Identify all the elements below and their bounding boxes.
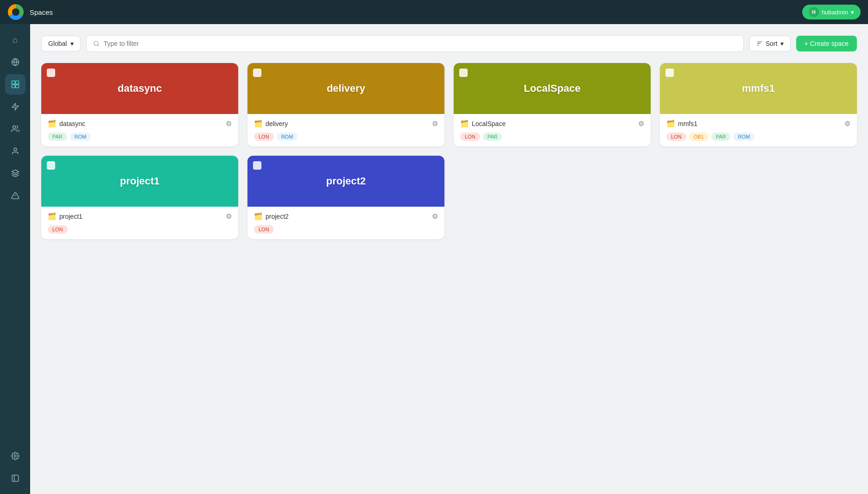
tag-rom: ROM: [733, 133, 754, 141]
space-name: 🗂️ mmfs1: [666, 120, 697, 128]
toolbar: Global ▾ Sort ▾ + Create space: [41, 35, 857, 52]
gear-icon[interactable]: ⚙: [432, 212, 438, 221]
space-card-header: LocalSpace: [454, 63, 651, 114]
sidebar-item-people[interactable]: [5, 119, 25, 139]
space-card-title: mmfs1: [742, 82, 775, 95]
space-card-title: datasync: [118, 82, 162, 95]
space-tags: PARROM: [48, 133, 232, 141]
tag-lon: LON: [460, 133, 480, 141]
svg-rect-2: [12, 81, 15, 84]
sidebar-item-layers[interactable]: [5, 163, 25, 184]
sort-button[interactable]: Sort ▾: [749, 36, 791, 51]
space-card-header: datasync: [41, 63, 238, 114]
sidebar: ⌂: [0, 24, 30, 494]
space-card-body: 🗂️ delivery ⚙ LONROM: [247, 114, 444, 146]
space-card-name-row: 🗂️ datasync ⚙: [48, 120, 232, 128]
space-name: 🗂️ project2: [254, 212, 289, 221]
gear-icon[interactable]: ⚙: [432, 120, 438, 128]
tag-par: PAR: [48, 133, 67, 141]
space-name-label: project2: [266, 213, 289, 220]
logo: [7, 4, 24, 20]
space-card-header: project2: [247, 156, 444, 207]
sidebar-item-spaces[interactable]: [5, 74, 25, 95]
svg-point-6: [13, 126, 15, 128]
gear-icon[interactable]: ⚙: [844, 120, 850, 128]
space-card-project1[interactable]: project1 🗂️ project1 ⚙ LON: [41, 156, 238, 239]
sidebar-item-globe[interactable]: [5, 52, 25, 72]
space-card-mmfs1[interactable]: mmfs1 🗂️ mmfs1 ⚙ LONOB1PARROM: [660, 63, 857, 146]
space-card-body: 🗂️ project2 ⚙ LON: [247, 207, 444, 239]
tag-rom: ROM: [277, 133, 298, 141]
svg-rect-3: [15, 81, 19, 84]
gear-icon[interactable]: ⚙: [226, 212, 232, 221]
space-card-checkbox[interactable]: [253, 161, 261, 170]
folder-icon: 🗂️: [254, 120, 263, 128]
space-card-checkbox[interactable]: [47, 161, 55, 170]
spaces-grid: datasync 🗂️ datasync ⚙ PARROM delivery 🗂…: [41, 63, 857, 239]
folder-icon: 🗂️: [254, 212, 263, 221]
tag-lon: LON: [254, 225, 274, 234]
avatar: H: [809, 7, 819, 17]
svg-point-14: [94, 41, 98, 45]
space-card-checkbox[interactable]: [459, 69, 468, 77]
user-menu[interactable]: H hubadmin ▾: [802, 5, 861, 19]
space-name: 🗂️ datasync: [48, 120, 85, 128]
sidebar-item-user[interactable]: [5, 141, 25, 161]
create-space-button[interactable]: + Create space: [796, 36, 857, 51]
space-card-title: LocalSpace: [524, 82, 580, 95]
space-card-header: delivery: [247, 63, 444, 114]
space-tags: LONROM: [254, 133, 438, 141]
gear-icon[interactable]: ⚙: [226, 120, 232, 128]
svg-line-15: [98, 45, 99, 46]
search-input[interactable]: [103, 40, 737, 47]
filter-dropdown[interactable]: Global ▾: [41, 36, 81, 51]
svg-rect-5: [15, 85, 19, 88]
space-tags: LON: [48, 225, 232, 234]
sort-icon: [756, 40, 763, 47]
space-card-project2[interactable]: project2 🗂️ project2 ⚙ LON: [247, 156, 444, 239]
tag-lon: LON: [48, 225, 68, 234]
tag-rom: ROM: [70, 133, 91, 141]
space-card-name-row: 🗂️ project2 ⚙: [254, 212, 438, 221]
svg-marker-8: [12, 170, 19, 174]
space-name-label: datasync: [59, 120, 85, 127]
space-card-name-row: 🗂️ LocalSpace ⚙: [460, 120, 644, 128]
username: hubadmin: [822, 9, 848, 16]
space-card-checkbox[interactable]: [47, 69, 55, 77]
page-title: Spaces: [30, 8, 797, 16]
svg-point-7: [14, 148, 17, 151]
sidebar-item-layout[interactable]: [5, 468, 25, 488]
filter-label: Global: [48, 40, 67, 47]
space-tags: LONPAR: [460, 133, 644, 141]
space-card-body: 🗂️ LocalSpace ⚙ LONPAR: [454, 114, 651, 146]
folder-icon: 🗂️: [48, 120, 57, 128]
space-card-body: 🗂️ project1 ⚙ LON: [41, 207, 238, 239]
space-card-delivery[interactable]: delivery 🗂️ delivery ⚙ LONROM: [247, 63, 444, 146]
space-name: 🗂️ delivery: [254, 120, 288, 128]
search-icon: [93, 40, 100, 47]
space-name-label: project1: [59, 213, 82, 220]
space-card-checkbox[interactable]: [253, 69, 261, 77]
chevron-down-icon: ▾: [851, 9, 854, 16]
space-card-title: project2: [326, 175, 366, 187]
folder-icon: 🗂️: [48, 212, 57, 221]
space-name: 🗂️ project1: [48, 212, 82, 221]
sidebar-item-alert[interactable]: [5, 185, 25, 206]
space-card-name-row: 🗂️ delivery ⚙: [254, 120, 438, 128]
space-card-name-row: 🗂️ mmfs1 ⚙: [666, 120, 850, 128]
sidebar-item-lightning[interactable]: [5, 96, 25, 117]
space-tags: LON: [254, 225, 438, 234]
space-card-localspace[interactable]: LocalSpace 🗂️ LocalSpace ⚙ LONPAR: [454, 63, 651, 146]
space-card-datasync[interactable]: datasync 🗂️ datasync ⚙ PARROM: [41, 63, 238, 146]
gear-icon[interactable]: ⚙: [638, 120, 644, 128]
folder-icon: 🗂️: [460, 120, 469, 128]
sidebar-item-settings[interactable]: [5, 446, 25, 466]
space-card-checkbox[interactable]: [665, 69, 674, 77]
space-card-title: project1: [120, 175, 160, 187]
space-name-label: delivery: [266, 120, 288, 127]
space-name-label: mmfs1: [678, 120, 697, 127]
sidebar-item-home[interactable]: ⌂: [5, 30, 25, 50]
main-content: Global ▾ Sort ▾ + Create space: [30, 24, 868, 494]
space-name-label: LocalSpace: [472, 120, 506, 127]
sort-chevron-icon: ▾: [780, 40, 784, 47]
